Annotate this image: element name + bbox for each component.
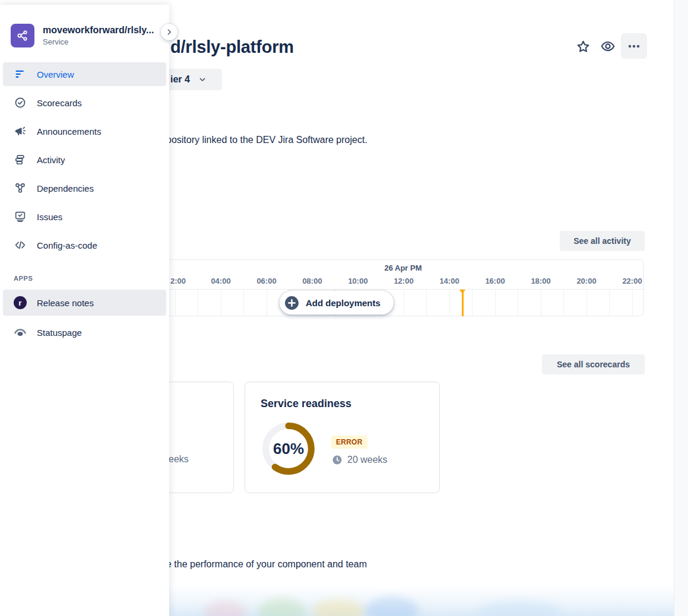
- dependencies-icon: [13, 181, 27, 195]
- scorecard-progress-donut: 60%: [260, 420, 317, 477]
- sidebar-collapse-button[interactable]: [161, 24, 177, 40]
- sidebar-item-activity[interactable]: Activity: [3, 148, 166, 172]
- sidebar-item-dependencies[interactable]: Dependencies: [3, 176, 166, 200]
- sidebar-item-label: Config-as-code: [37, 240, 97, 250]
- sidebar-item-label: Announcements: [37, 126, 101, 136]
- scorecard-card-service-readiness[interactable]: Service readiness 60% ERROR 20 weeks: [245, 382, 440, 493]
- sidebar-component-header: moveworkforward/rlsly... Service: [0, 5, 169, 62]
- sidebar-item-overview[interactable]: Overview: [3, 62, 166, 86]
- sidebar-item-release-notes[interactable]: r Release notes: [3, 290, 166, 316]
- activity-icon: [13, 153, 27, 167]
- tier-dropdown-label: ier 4: [170, 74, 190, 85]
- current-time-marker: [462, 290, 464, 316]
- sidebar-nav: Overview Scorecards: [0, 62, 169, 344]
- favorite-star-button[interactable]: [573, 37, 592, 56]
- scorecard-title: Service readiness: [261, 398, 351, 410]
- scorecards-icon: [13, 96, 27, 110]
- timeline-tick: 14:00: [432, 277, 467, 285]
- plus-circle-icon: [284, 296, 299, 310]
- config-as-code-icon: [13, 238, 27, 252]
- issues-icon: [13, 209, 27, 224]
- more-actions-button[interactable]: [621, 33, 647, 59]
- svg-text:r: r: [18, 299, 22, 307]
- add-deployments-label: Add deployments: [306, 298, 381, 308]
- right-panel-rail: [674, 0, 688, 616]
- apps-section-label: APPS: [14, 275, 166, 282]
- statuspage-icon: [13, 325, 27, 339]
- clock-icon: [332, 455, 342, 465]
- metrics-description: e the performance of your component and …: [166, 559, 367, 570]
- announcements-icon: [13, 124, 27, 138]
- chevron-down-icon: [198, 75, 207, 84]
- sidebar-item-announcements[interactable]: Announcements: [3, 119, 166, 143]
- sidebar-item-label: Issues: [37, 212, 62, 222]
- timeline-tick: 22:00: [614, 277, 650, 285]
- chevron-right-icon: [165, 28, 173, 36]
- timeline-tick: 06:00: [249, 277, 284, 285]
- star-icon: [576, 39, 591, 54]
- sidebar-item-label: Release notes: [37, 298, 94, 308]
- component-description: pository linked to the DEV Jira Software…: [166, 135, 367, 145]
- page-title: d/rlsly-platform: [170, 37, 294, 57]
- branch-share-icon: [15, 28, 30, 43]
- timeline-tick: 10:00: [340, 277, 376, 285]
- sidebar-item-label: Overview: [37, 69, 74, 80]
- overview-icon: [13, 67, 27, 81]
- metrics-illustration: [169, 585, 674, 616]
- timeline-tick: 12:00: [386, 277, 421, 285]
- component-sidebar: moveworkforward/rlsly... Service Overvie…: [0, 5, 169, 616]
- see-all-scorecards-button[interactable]: See all scorecards: [542, 354, 645, 374]
- status-badge: ERROR: [331, 436, 367, 449]
- sidebar-item-statuspage[interactable]: Statuspage: [3, 320, 166, 344]
- timeline-tick: 18:00: [523, 277, 559, 285]
- sidebar-item-scorecards[interactable]: Scorecards: [3, 91, 166, 115]
- scorecard-age-text: eeks: [169, 454, 189, 465]
- sidebar-item-label: Activity: [37, 155, 65, 165]
- scorecard-age-text: 20 weeks: [347, 455, 388, 465]
- timeline-tick: 08:00: [294, 277, 330, 285]
- component-overview-page: d/rlsly-platform ier 4 pository linked t…: [0, 0, 688, 616]
- component-type: Service: [43, 37, 154, 46]
- watch-button[interactable]: [598, 37, 617, 56]
- see-all-activity-button[interactable]: See all activity: [560, 231, 645, 251]
- add-deployments-button[interactable]: Add deployments: [280, 291, 394, 315]
- sidebar-item-label: Scorecards: [37, 98, 82, 108]
- sidebar-item-label: Dependencies: [37, 183, 94, 193]
- sidebar-item-issues[interactable]: Issues: [3, 205, 166, 228]
- sidebar-item-label: Statuspage: [37, 328, 82, 338]
- timeline-tick: 16:00: [477, 277, 513, 285]
- deployment-timeline: 26 Apr PM 2:00 04:00 06:00 08:00 10:00 1…: [107, 259, 644, 316]
- release-notes-icon: r: [13, 296, 27, 310]
- component-avatar: [11, 24, 34, 47]
- ellipsis-icon: [627, 39, 641, 53]
- sidebar-item-config-as-code[interactable]: Config-as-code: [3, 233, 166, 257]
- scorecard-percent: 60%: [260, 420, 317, 477]
- timeline-tick: 04:00: [203, 277, 239, 285]
- timeline-date-label: 26 Apr PM: [384, 263, 421, 272]
- eye-icon: [600, 39, 616, 54]
- component-name: moveworkforward/rlsly...: [43, 25, 154, 36]
- timeline-tick: 20:00: [569, 277, 604, 285]
